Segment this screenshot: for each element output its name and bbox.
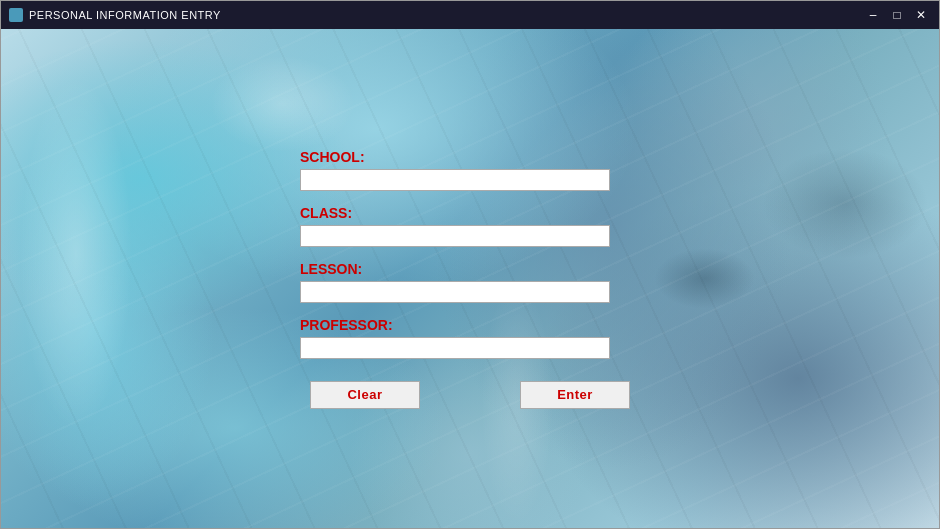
app-icon: [9, 8, 23, 22]
button-row: Clear Enter: [300, 381, 640, 409]
main-content: SCHOOL: CLASS: LESSON: PROFESSOR: Clear: [1, 29, 939, 528]
professor-input[interactable]: [300, 337, 610, 359]
maximize-button[interactable]: □: [887, 7, 907, 23]
app-window: PERSONAL INFORMATION ENTRY – □ ✕ SCHOOL:…: [0, 0, 940, 529]
professor-group: PROFESSOR:: [300, 317, 640, 359]
enter-button[interactable]: Enter: [520, 381, 630, 409]
class-label: CLASS:: [300, 205, 640, 221]
lesson-label: LESSON:: [300, 261, 640, 277]
clear-button[interactable]: Clear: [310, 381, 420, 409]
close-button[interactable]: ✕: [911, 7, 931, 23]
window-controls: – □ ✕: [863, 7, 931, 23]
school-input[interactable]: [300, 169, 610, 191]
class-input[interactable]: [300, 225, 610, 247]
school-group: SCHOOL:: [300, 149, 640, 191]
school-label: SCHOOL:: [300, 149, 640, 165]
lesson-group: LESSON:: [300, 261, 640, 303]
title-bar: PERSONAL INFORMATION ENTRY – □ ✕: [1, 1, 939, 29]
lesson-input[interactable]: [300, 281, 610, 303]
professor-label: PROFESSOR:: [300, 317, 640, 333]
form-container: SCHOOL: CLASS: LESSON: PROFESSOR: Clear: [300, 149, 640, 409]
window-title: PERSONAL INFORMATION ENTRY: [29, 9, 221, 21]
minimize-button[interactable]: –: [863, 7, 883, 23]
class-group: CLASS:: [300, 205, 640, 247]
title-bar-left: PERSONAL INFORMATION ENTRY: [9, 8, 221, 22]
